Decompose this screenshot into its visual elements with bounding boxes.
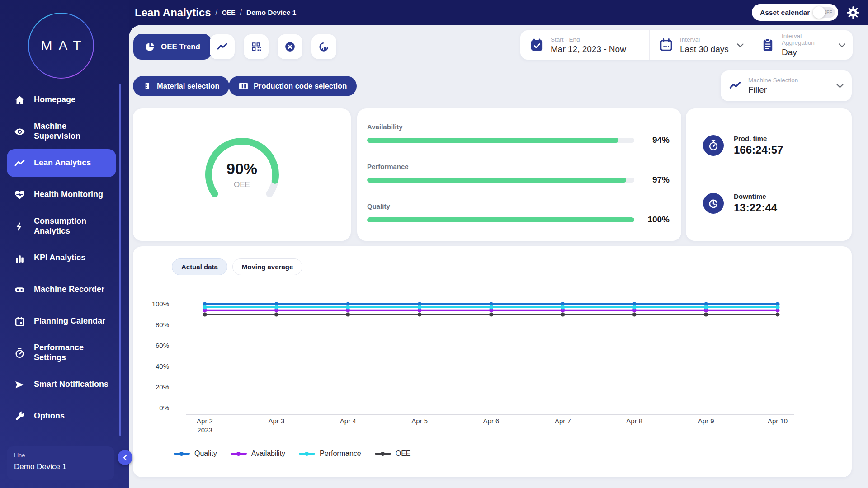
toggle-knob [813, 6, 825, 19]
downtime-label: Downtime [734, 192, 777, 200]
brand-logo-text: MAT [34, 38, 87, 53]
progress-fill [367, 138, 618, 143]
svg-text:0%: 0% [159, 404, 169, 412]
gauge-icon [14, 347, 26, 359]
tab-qr-code-button[interactable] [244, 34, 269, 59]
prod-time-label: Prod. time [734, 135, 783, 142]
x-circle-icon [284, 41, 296, 52]
chart-legend: QualityAvailabilityPerformanceOEE [174, 450, 410, 458]
metric-row-performance: Performance97% [367, 163, 670, 185]
toggle-switch[interactable]: OFF [814, 7, 835, 18]
breadcrumb-oee[interactable]: OEE [222, 9, 236, 16]
progress-track [367, 217, 634, 222]
page-title: Lean Analytics [135, 6, 211, 19]
sidebar-item-label: Lean Analytics [34, 158, 91, 168]
chart-mode-tabs: Actual data Moving average [172, 258, 302, 275]
svg-text:Apr 8: Apr 8 [626, 417, 642, 425]
oee-gauge: 90% OEE [200, 133, 284, 216]
legend-item-oee[interactable]: OEE [375, 450, 411, 458]
svg-text:Apr 7: Apr 7 [555, 417, 571, 425]
apq-metrics-card: Availability94%Performance97%Quality100% [357, 108, 681, 241]
sidebar-item-label: Planning Calendar [34, 316, 105, 326]
sidebar-item-label: Consumption Analytics [34, 216, 111, 236]
legend-item-availability[interactable]: Availability [231, 450, 285, 458]
sidebar-item-homepage[interactable]: Homepage [7, 86, 116, 114]
calendar-icon [14, 316, 26, 327]
sidebar-item-machine-recorder[interactable]: Machine Recorder [7, 276, 116, 304]
metric-row-availability: Availability94% [367, 123, 670, 145]
svg-text:Apr 6: Apr 6 [483, 417, 500, 425]
tab-pie-bars-button[interactable] [311, 34, 336, 59]
svg-text:40%: 40% [156, 362, 169, 370]
brand-logo: MAT [28, 13, 94, 79]
sidebar-item-performance-settings[interactable]: Performance Settings [7, 339, 116, 367]
tab-moving-average[interactable]: Moving average [232, 258, 302, 275]
legend-label: Availability [251, 450, 285, 458]
downtime-value: 13:22:44 [734, 202, 777, 214]
trend-line-icon [729, 80, 741, 92]
interval-aggregation-value: Day [782, 47, 832, 57]
prod-time-block: Prod. time 166:24:57 [703, 135, 852, 156]
sidebar-item-consumption-analytics[interactable]: Consumption Analytics [7, 212, 116, 240]
sidebar-item-kpi-analytics[interactable]: KPI Analytics [7, 244, 116, 272]
sidebar-scrollbar-thumb[interactable] [119, 84, 121, 436]
sidebar-item-smart-notifications[interactable]: Smart Notifications [7, 371, 116, 399]
stopwatch-icon [703, 135, 724, 156]
sidebar-item-health-monitoring[interactable]: Health Monitoring [7, 181, 116, 209]
breadcrumb-device[interactable]: Demo Device 1 [246, 9, 296, 17]
tab-trend-line-button[interactable] [210, 34, 235, 59]
start-end-field[interactable]: Start - End Mar 12, 2023 - Now [520, 30, 649, 60]
metric-row-quality: Quality100% [367, 202, 670, 225]
settings-gear-icon[interactable] [846, 6, 860, 19]
legend-item-quality[interactable]: Quality [174, 450, 217, 458]
asset-calendar-toggle[interactable]: Asset calendar OFF [752, 4, 838, 21]
sidebar-item-label: Smart Notifications [34, 380, 108, 389]
breadcrumb-separator: / [240, 9, 242, 17]
trend-icon [14, 158, 26, 169]
svg-text:Apr 5: Apr 5 [411, 417, 428, 425]
breadcrumb-separator: / [216, 9, 217, 17]
tab-oee-trend[interactable]: OEE Trend [133, 34, 212, 60]
tab-actual-data[interactable]: Actual data [172, 258, 227, 275]
production-code-selection-button[interactable]: Production code selection [229, 76, 357, 96]
interval-dropdown[interactable]: Interval Last 30 days [649, 30, 751, 60]
qr-code-icon [250, 41, 262, 52]
bar-chart-icon [14, 253, 26, 264]
sidebar-item-options[interactable]: Options [7, 402, 116, 430]
sidebar-item-lean-analytics[interactable]: Lean Analytics [7, 149, 116, 177]
material-selection-button[interactable]: Material selection [133, 76, 229, 96]
trend-line-chart: 0%20%40%60%80%100%Apr 22023Apr 3Apr 4Apr… [133, 291, 852, 441]
sidebar-collapse-button[interactable] [118, 450, 132, 465]
pie-bars-icon [318, 41, 330, 52]
bolt-icon [14, 221, 26, 232]
sidebar-item-label: Options [34, 411, 65, 421]
metric-label: Performance [367, 163, 670, 170]
machine-selection-dropdown[interactable]: Machine Selection Filler [721, 70, 852, 101]
svg-text:Apr 2: Apr 2 [197, 417, 213, 425]
send-icon [14, 379, 26, 390]
chevron-down-icon [737, 41, 744, 49]
interval-aggregation-dropdown[interactable]: Interval Aggregation Day [751, 30, 853, 60]
svg-text:100%: 100% [152, 300, 169, 308]
sidebar-item-label: Health Monitoring [34, 190, 103, 200]
sidebar-item-label: Homepage [34, 95, 75, 105]
legend-label: Performance [320, 450, 361, 458]
sidebar-item-planning-calendar[interactable]: Planning Calendar [7, 307, 116, 335]
oee-gauge-caption: OEE [234, 180, 250, 189]
device-selector-card: Line Demo Device 1 [7, 446, 114, 480]
svg-text:2023: 2023 [197, 426, 212, 434]
progress-fill [367, 217, 634, 222]
legend-label: Quality [194, 450, 217, 458]
svg-text:Apr 4: Apr 4 [340, 417, 356, 425]
legend-item-performance[interactable]: Performance [299, 450, 361, 458]
sidebar: MAT HomepageMachine SupervisionLean Anal… [0, 0, 129, 488]
device-selector-label: Line [14, 452, 107, 459]
tab-x-circle-button[interactable] [278, 34, 302, 59]
calendar-check-icon [529, 38, 544, 52]
date-filter-card: Start - End Mar 12, 2023 - Now Interval … [520, 30, 853, 60]
progress-track [367, 178, 634, 183]
chevron-down-icon [839, 41, 845, 49]
metric-label: Quality [367, 202, 670, 210]
device-selector-value: Demo Device 1 [14, 462, 107, 471]
sidebar-item-machine-supervision[interactable]: Machine Supervision [7, 117, 116, 145]
